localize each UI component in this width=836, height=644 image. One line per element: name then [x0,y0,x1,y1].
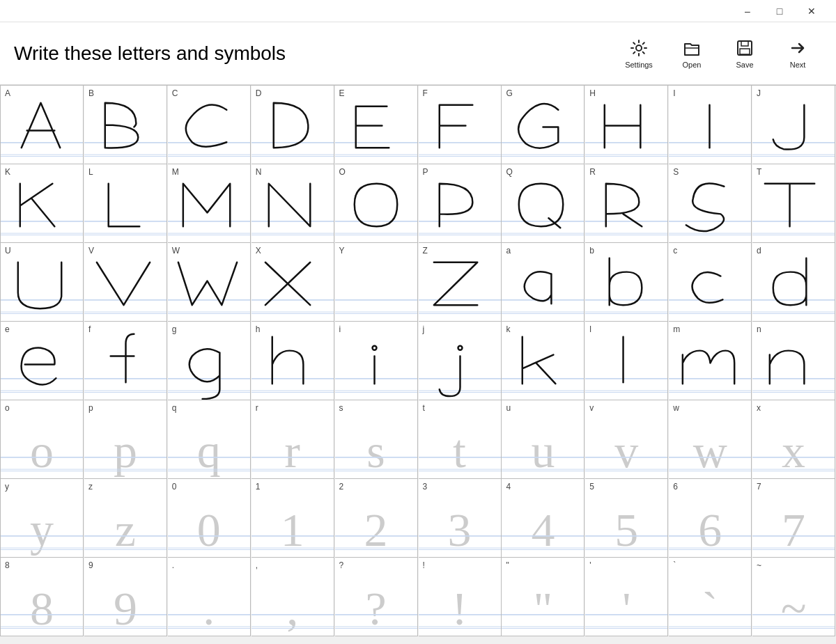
cell-.[interactable]: .. [168,558,251,636]
cell-label: 0 [172,482,177,492]
cell-P[interactable]: P [419,164,502,243]
cell-F[interactable]: F [419,86,502,164]
cell-ghost-char: q [197,427,221,475]
handwritten-svg [251,86,334,164]
cell-w[interactable]: ww [669,400,752,479]
cell-A[interactable]: A [1,86,84,164]
cell-e[interactable]: e [1,322,84,400]
cell-S[interactable]: S [669,164,752,243]
cell-j[interactable]: j [419,322,502,400]
cell-Z[interactable]: Z [419,243,502,322]
cell-ghost-char: ? [366,585,387,632]
cell-V[interactable]: V [84,243,167,322]
cell-X[interactable]: X [251,243,334,322]
cell-G[interactable]: G [502,86,585,164]
cell-?[interactable]: ?? [335,558,418,636]
cell-5[interactable]: 55 [585,479,668,558]
cell-J[interactable]: J [752,86,835,164]
cell-t[interactable]: tt [419,400,502,479]
cell-g[interactable]: g [168,322,251,400]
cell-8[interactable]: 88 [1,558,84,636]
handwritten-svg [752,322,835,400]
cell-n[interactable]: n [752,322,835,400]
cell-2[interactable]: 22 [335,479,418,558]
cell-l[interactable]: l [585,322,668,400]
cell-r[interactable]: rr [251,400,334,479]
cell-9[interactable]: 99 [84,558,167,636]
cell-Q[interactable]: Q [502,164,585,243]
cell-s[interactable]: ss [335,400,418,479]
cell-Y[interactable]: Y [335,243,418,322]
cell-y[interactable]: yy [1,479,84,558]
cell-1[interactable]: 11 [251,479,334,558]
cell-c[interactable]: c [669,243,752,322]
handwritten-svg [669,322,751,400]
cell-6[interactable]: 66 [669,479,752,558]
cell-i[interactable]: i [335,322,418,400]
cell-backtick[interactable]: `` [669,558,752,636]
cell-L[interactable]: L [84,164,167,243]
cell-label: ~ [757,560,761,570]
cell-H[interactable]: H [585,86,668,164]
title-bar: – □ ✕ [0,0,836,22]
cell-apos[interactable]: '' [585,558,668,636]
cell-d[interactable]: d [752,243,835,322]
cell-C[interactable]: C [168,86,251,164]
cell-k[interactable]: k [502,322,585,400]
handwritten-svg [585,164,667,242]
handwritten-svg [84,322,167,400]
cell-![interactable]: !! [419,558,502,636]
cell-K[interactable]: K [1,164,84,243]
cell-label: . [172,560,174,570]
cell-ghost-char: s [366,427,385,475]
cell-4[interactable]: 44 [502,479,585,558]
cell-N[interactable]: N [251,164,334,243]
save-button[interactable]: Save [720,31,769,76]
cell-B[interactable]: B [84,86,167,164]
cell-7[interactable]: 77 [752,479,835,558]
cell-b[interactable]: b [585,243,668,322]
cell-I[interactable]: I [669,86,752,164]
cell-tilde[interactable]: ~~ [752,558,835,636]
cell-v[interactable]: vv [585,400,668,479]
cell-W[interactable]: W [168,243,251,322]
cell-u[interactable]: uu [502,400,585,479]
settings-button[interactable]: Settings [614,31,663,76]
cell-p[interactable]: pp [84,400,167,479]
cell-ghost-char: z [115,506,136,553]
cell-h[interactable]: h [251,322,334,400]
close-button[interactable]: ✕ [796,0,828,22]
cell-q[interactable]: qq [168,400,251,479]
cell-label: , [256,560,258,570]
handwritten-svg [335,164,417,242]
cell-E[interactable]: E [335,86,418,164]
cell-ghost-char: 8 [30,585,54,632]
cell-M[interactable]: M [168,164,251,243]
cell-o[interactable]: oo [1,400,84,479]
cell-x[interactable]: xx [752,400,835,479]
cell-R[interactable]: R [585,164,668,243]
open-button[interactable]: Open [667,31,716,76]
cell-D[interactable]: D [251,86,334,164]
cell-ghost-char: ~ [781,585,807,632]
cell-ghost-char: w [693,427,727,475]
next-icon [788,38,807,58]
cell-label: ? [339,560,344,570]
next-button[interactable]: Next [773,31,822,76]
handwritten-svg [84,243,167,321]
maximize-button[interactable]: □ [764,0,796,22]
cell-a[interactable]: a [502,243,585,322]
cell-quote[interactable]: "" [502,558,585,636]
cell-z[interactable]: zz [84,479,167,558]
cell-f[interactable]: f [84,322,167,400]
cell-U[interactable]: U [1,243,84,322]
handwritten-svg [1,86,83,164]
cell-0[interactable]: 00 [168,479,251,558]
handwritten-svg [419,164,501,242]
cell-3[interactable]: 33 [419,479,502,558]
cell-m[interactable]: m [669,322,752,400]
cell-O[interactable]: O [335,164,418,243]
minimize-button[interactable]: – [732,0,764,22]
cell-,[interactable]: ,, [251,558,334,636]
cell-T[interactable]: T [752,164,835,243]
